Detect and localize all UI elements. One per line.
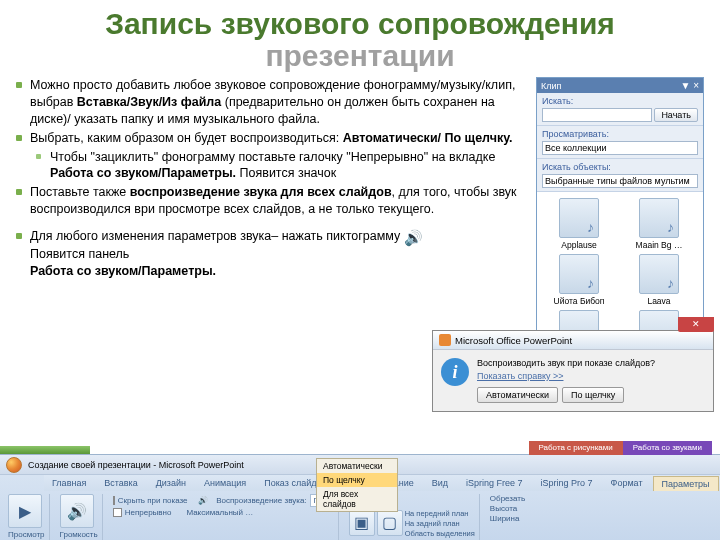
playback-menu: Автоматически По щелчку Для всех слайдов [316,458,398,512]
menu-item-selected[interactable]: По щелчку [317,473,397,487]
tab[interactable]: iSpring Free 7 [458,476,531,491]
title-line1: Запись звукового сопровождения [16,8,704,40]
context-tab-sounds[interactable]: Работа со звуками [623,441,712,455]
dialog-title: Microsoft Office PowerPoint [433,331,713,350]
title-line2: презентации [16,40,704,72]
tab[interactable]: Вид [424,476,456,491]
green-accent [0,446,90,454]
clip-item[interactable]: Maain Bg … [621,198,697,250]
sound-dialog: ✕ Microsoft Office PowerPoint i Воспроиз… [432,330,714,412]
arrange-label[interactable]: На задний план [405,519,475,528]
tab[interactable]: Главная [44,476,94,491]
dialog-question: Воспроизводить звук при показе слайдов? [477,358,705,368]
ribbon: Работа с рисунками Работа со звуками Соз… [0,454,720,540]
menu-item[interactable]: Автоматически [317,459,397,473]
office-button[interactable] [6,457,22,473]
tab[interactable]: iSpring Pro 7 [533,476,601,491]
click-button[interactable]: По щелчку [562,387,624,403]
size-label: Ширина [490,514,520,523]
main-text: Можно просто добавить любое звуковое соп… [16,77,528,369]
arrange-label[interactable]: Область выделения [405,529,475,538]
dialog-close[interactable]: ✕ [678,317,714,332]
clip-title: Клип [541,81,561,91]
tab-active[interactable]: Параметры [653,476,719,491]
arrange-label[interactable]: На передний план [405,509,475,518]
help-link[interactable]: Показать справку >> [477,371,705,381]
menu-item[interactable]: Для всех слайдов [317,487,397,511]
clip-item[interactable]: Laava [621,254,697,306]
context-tab-pictures[interactable]: Работа с рисунками [529,441,623,455]
volume-button[interactable]: 🔊 [60,494,94,528]
tab[interactable]: Анимация [196,476,254,491]
front-button[interactable]: ▣ [349,510,375,536]
tab[interactable]: Дизайн [148,476,194,491]
hide-checkbox[interactable] [113,496,115,505]
objects-label: Искать объекты: [542,162,698,172]
objects-select[interactable]: Выбранные типы файлов мультим [542,174,698,188]
bullet-1: Можно просто добавить любое звуковое соп… [16,77,528,128]
preview-button[interactable]: ▶ [8,494,42,528]
group-label: Громкость [60,530,98,539]
size-label: Высота [490,504,517,513]
loop-checkbox[interactable] [113,508,122,517]
back-button[interactable]: ▢ [377,510,403,536]
browse-select[interactable]: Все коллекции [542,141,698,155]
tab[interactable]: Формат [603,476,651,491]
tab[interactable]: Вставка [96,476,145,491]
info-icon: i [441,358,469,386]
window-title: Создание своей презентации - Microsoft P… [28,460,244,470]
subbullet-1: Чтобы "зациклить" фонограмму поставьте г… [36,149,528,183]
browse-label: Просматривать: [542,129,698,139]
bullet-4: Для любого изменения параметров звука– н… [16,228,528,280]
clip-item[interactable]: Uйота Бибоп [541,254,617,306]
search-input[interactable] [542,108,652,122]
crop-label[interactable]: Обрезать [490,494,525,503]
clip-item[interactable]: Applause [541,198,617,250]
auto-button[interactable]: Автоматически [477,387,558,403]
bullet-2: Выбрать, каким образом он будет воспроиз… [16,130,528,147]
group-label: Просмотр [8,530,45,539]
clip-close[interactable]: ▼ × [680,80,699,91]
bullet-3: Поставьте также воспроизведение звука дл… [16,184,528,218]
search-label: Искать: [542,96,698,106]
sound-icon [404,228,426,246]
search-button[interactable]: Начать [654,108,698,122]
